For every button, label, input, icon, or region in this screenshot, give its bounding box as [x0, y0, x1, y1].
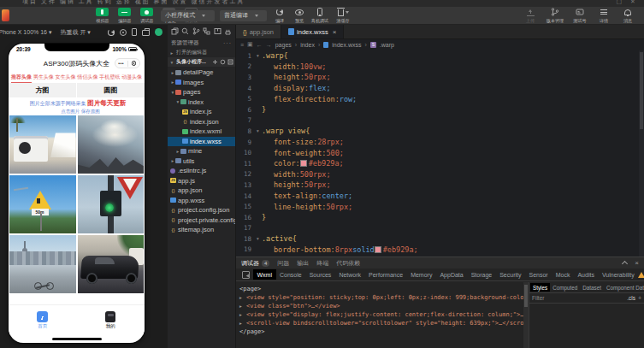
tree-file-index-js[interactable]: JSindex.js: [168, 107, 235, 117]
tab-mock[interactable]: Mock: [552, 269, 574, 280]
code-line[interactable]: 9font-size: 28rpx;: [236, 137, 639, 148]
photo-city-skyline[interactable]: [9, 235, 76, 293]
files-icon[interactable]: [171, 27, 179, 35]
panel-tab-terminal[interactable]: 终端: [316, 259, 328, 268]
round-image-button[interactable]: 圆图: [77, 83, 145, 97]
fold-icon[interactable]: ▾: [254, 236, 262, 241]
code-line[interactable]: 11color: #eb929a;: [236, 158, 639, 169]
open-editors-row[interactable]: ▸打开的编辑器: [168, 48, 235, 57]
close-icon[interactable]: ×: [635, 259, 639, 267]
crumb-index[interactable]: index: [300, 42, 315, 48]
messages-button[interactable]: 消息: [618, 8, 637, 25]
preview-button[interactable]: 预览: [290, 8, 309, 25]
code-line[interactable]: 18▾.active {: [236, 233, 639, 245]
tab-security[interactable]: Security: [496, 269, 525, 280]
tree-file-app-js[interactable]: JSapp.js: [168, 176, 235, 186]
cls-toggle[interactable]: .cls: [627, 295, 635, 301]
wxml-tree[interactable]: <page> ▸<view style="position: sticky;to…: [236, 282, 523, 348]
code-line[interactable]: 5flex-direction: row;: [236, 93, 639, 104]
code-line[interactable]: 1▾.warp {: [236, 50, 639, 62]
tab-dataset[interactable]: Dataset: [580, 283, 604, 292]
code-line[interactable]: 15line-height: 50rpx;: [236, 201, 639, 212]
wxml-node[interactable]: ▸<scroll-view bindscrolltolower="scrollt…: [239, 319, 523, 327]
editor-scrollbar[interactable]: [639, 50, 644, 257]
hot-reload-toggle[interactable]: 热重载 开 ▾: [60, 28, 90, 37]
editor-toggle-button[interactable]: 编辑器: [115, 8, 134, 25]
tree-file-index-wxss[interactable]: index.wxss: [168, 137, 235, 147]
tabbar-home[interactable]: 首页: [9, 305, 77, 335]
back-icon[interactable]: ←: [257, 42, 263, 48]
exit-target-icon[interactable]: [128, 61, 140, 66]
square-image-button[interactable]: 方图: [9, 83, 76, 97]
code-line[interactable]: 12width: 500rpx;: [236, 169, 639, 180]
tree-folder-images[interactable]: ▸images: [168, 78, 235, 88]
tree-folder-detailpage[interactable]: ▸detailPage: [168, 68, 235, 78]
plugin-icon[interactable]: [224, 27, 232, 35]
panel-tab-problems[interactable]: 问题: [277, 259, 289, 268]
forward-icon[interactable]: →: [266, 42, 272, 48]
tree-file-project-private-config[interactable]: {}project.private.config.js…: [168, 215, 235, 226]
npm-package-icon[interactable]: [214, 27, 222, 35]
simulator-toggle-button[interactable]: 模拟器: [92, 8, 112, 25]
upload-button[interactable]: 上传: [521, 8, 540, 25]
code-line[interactable]: 7: [236, 115, 639, 127]
code-line[interactable]: 8▾.warp view {: [236, 126, 639, 137]
color-swatch[interactable]: [301, 161, 306, 166]
home-indicator[interactable]: [52, 338, 102, 340]
color-swatch[interactable]: [375, 247, 381, 252]
code-area[interactable]: 1▾.warp { 2width: 100vw; 3height: 50rpx;…: [236, 50, 639, 257]
inspect-element-icon[interactable]: [242, 271, 250, 279]
photo-black-lamborghini[interactable]: [78, 235, 145, 293]
more-dots-icon[interactable]: •••: [115, 61, 127, 66]
tab-memory[interactable]: Memory: [407, 269, 436, 280]
wxml-node[interactable]: ▸<view style="display: flex;justify-cont…: [239, 310, 523, 319]
screenshot-icon[interactable]: [142, 30, 150, 36]
warnings-indicator[interactable]: 4: [638, 272, 644, 278]
wxml-node[interactable]: ▸<view class="btn">…</view>: [239, 302, 523, 310]
tab-anime[interactable]: 动漫头像: [121, 73, 142, 82]
compile-dropdown[interactable]: 普通编译: [220, 10, 267, 21]
editor-tab-app-json[interactable]: {} app.json: [236, 25, 281, 38]
panel-tab-dependencies[interactable]: 代码依赖: [336, 259, 360, 268]
tab-couple[interactable]: 情侣头像: [77, 73, 97, 82]
styles-filter-input[interactable]: [532, 295, 624, 301]
tree-file-index-wxml[interactable]: index.wxml: [168, 127, 235, 137]
more-actions-icon[interactable]: ···: [223, 40, 232, 46]
search-icon[interactable]: [181, 27, 189, 35]
photo-traffic-light[interactable]: [78, 175, 145, 233]
structure-icon[interactable]: [203, 27, 210, 35]
new-file-icon[interactable]: [212, 59, 218, 65]
code-line[interactable]: 10font-weight: 500;: [236, 147, 639, 158]
photo-white-suv[interactable]: [9, 115, 76, 174]
tree-file-project-config[interactable]: {}project.config.json: [168, 205, 235, 215]
tree-file-app-json[interactable]: {}app.json: [168, 186, 235, 196]
test-account-button[interactable]: 测试号: [570, 8, 589, 25]
tree-file-index-json[interactable]: {}index.json: [168, 117, 235, 127]
tabbar-mine[interactable]: 我的: [77, 305, 145, 335]
photo-road-sign[interactable]: 50m: [9, 175, 76, 233]
expand-arrow-icon[interactable]: ▸: [239, 302, 246, 310]
tree-folder-index[interactable]: ▾index: [168, 97, 235, 108]
code-line[interactable]: 13height: 50rpx;: [236, 180, 639, 191]
clear-cache-button[interactable]: 清缓存: [331, 8, 355, 25]
real-device-debug-button[interactable]: 真机调试: [310, 8, 330, 25]
tab-performance[interactable]: Performance: [365, 269, 407, 280]
tab-console[interactable]: Console: [276, 269, 306, 280]
version-management-button[interactable]: 版本管理: [545, 8, 565, 25]
panel-tab-debugger[interactable]: 调试器 4: [241, 259, 269, 268]
panel-tab-output[interactable]: 输出: [297, 259, 309, 268]
wxml-node[interactable]: </page>: [239, 327, 523, 336]
restart-icon[interactable]: [108, 29, 115, 36]
list-icon[interactable]: ≡: [240, 42, 244, 48]
tab-computed[interactable]: Computed: [550, 283, 580, 292]
crumb-file[interactable]: index.wxss: [332, 42, 361, 48]
window-controls[interactable]: ▢ ✕: [617, 0, 639, 5]
new-rule-icon[interactable]: +: [638, 295, 641, 301]
tab-wallpaper[interactable]: 手机壁纸: [99, 73, 120, 82]
device-selector[interactable]: iPhone X 100% 16 ▾: [0, 29, 51, 36]
code-line[interactable]: 4display: flex;: [236, 83, 639, 94]
git-icon[interactable]: [192, 27, 200, 35]
tree-folder-utils[interactable]: ▸utils: [168, 156, 235, 167]
project-root-row[interactable]: ▾头像小程序...: [168, 57, 235, 67]
tree-file-sitemap[interactable]: {}sitemap.json: [168, 225, 235, 235]
